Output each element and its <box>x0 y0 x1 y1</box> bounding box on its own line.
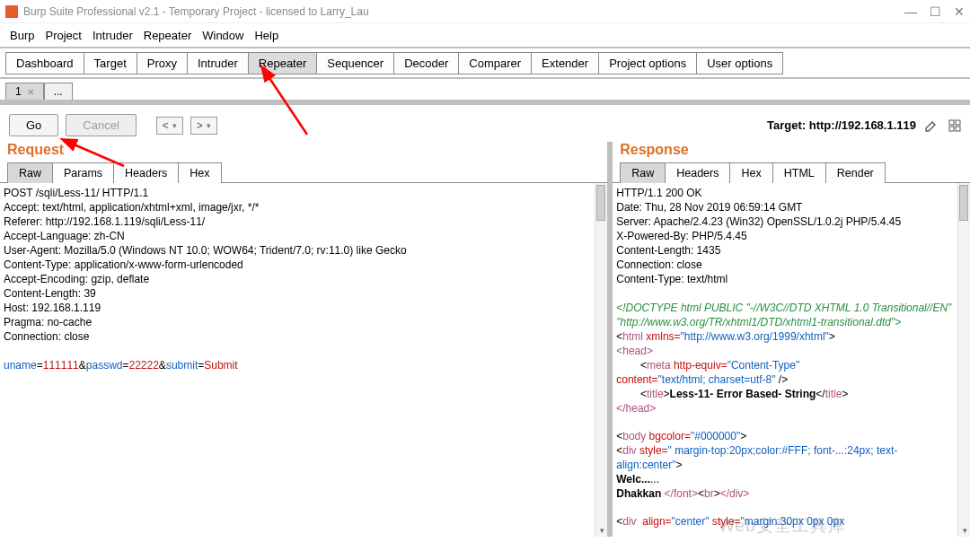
tab-decoder[interactable]: Decoder <box>393 52 459 74</box>
response-title: Response <box>613 142 970 162</box>
svg-rect-0 <box>949 120 954 125</box>
go-button[interactable]: Go <box>9 114 58 136</box>
rsp-tab-render[interactable]: Render <box>825 162 886 183</box>
req-tab-headers[interactable]: Headers <box>113 162 179 183</box>
maximize-button[interactable]: ☐ <box>930 4 941 19</box>
tab-user-options[interactable]: User options <box>696 52 783 74</box>
watermark: Web安全工具库 <box>719 514 846 538</box>
svg-rect-3 <box>956 127 960 131</box>
back-button[interactable]: <▾ <box>156 117 183 135</box>
request-title: Request <box>0 142 607 162</box>
close-button[interactable]: ✕ <box>954 4 965 19</box>
app-icon <box>5 5 18 18</box>
forward-button[interactable]: >▾ <box>190 117 217 135</box>
rsp-tab-headers[interactable]: Headers <box>665 162 730 183</box>
close-icon[interactable]: ✕ <box>27 87 34 97</box>
tab-intruder[interactable]: Intruder <box>187 52 249 74</box>
repeater-subtab-add[interactable]: ... <box>44 83 73 100</box>
edit-target-icon[interactable] <box>923 118 939 134</box>
tab-extender[interactable]: Extender <box>531 52 599 74</box>
req-tab-params[interactable]: Params <box>52 162 114 183</box>
req-tab-hex[interactable]: Hex <box>178 162 221 183</box>
menu-window[interactable]: Window <box>198 27 248 44</box>
tab-dashboard[interactable]: Dashboard <box>5 52 84 74</box>
tab-repeater[interactable]: Repeater <box>248 52 317 74</box>
target-value: http://192.168.1.119 <box>809 118 916 132</box>
svg-rect-2 <box>949 127 954 131</box>
response-scrollbar[interactable]: ▴▾ <box>957 183 970 537</box>
rsp-tab-html[interactable]: HTML <box>772 162 826 183</box>
minimize-button[interactable]: — <box>904 4 917 19</box>
menu-help[interactable]: Help <box>250 27 283 44</box>
menu-project[interactable]: Project <box>40 27 85 44</box>
svg-rect-1 <box>956 120 960 125</box>
request-scrollbar[interactable]: ▴▾ <box>595 183 607 537</box>
tab-proxy[interactable]: Proxy <box>137 52 188 74</box>
response-viewer[interactable]: HTTP/1.1 200 OK Date: Thu, 28 Nov 2019 0… <box>613 183 970 537</box>
reset-panes-icon[interactable] <box>947 118 963 134</box>
menu-repeater[interactable]: Repeater <box>139 27 196 44</box>
req-tab-raw[interactable]: Raw <box>7 162 53 183</box>
window-title: Burp Suite Professional v2.1 - Temporary… <box>23 5 369 18</box>
target-label: Target: <box>767 118 809 132</box>
tab-sequencer[interactable]: Sequencer <box>316 52 394 74</box>
cancel-button[interactable]: Cancel <box>66 114 136 136</box>
main-tabs: Dashboard Target Proxy Intruder Repeater… <box>0 47 970 79</box>
request-editor[interactable]: POST /sqli/Less-11/ HTTP/1.1 Accept: tex… <box>0 183 607 537</box>
menu-intruder[interactable]: Intruder <box>88 27 137 44</box>
rsp-tab-hex[interactable]: Hex <box>729 162 772 183</box>
repeater-subtab-1[interactable]: 1✕ <box>5 83 44 100</box>
tab-target[interactable]: Target <box>84 52 137 74</box>
tab-comparer[interactable]: Comparer <box>458 52 532 74</box>
menubar: Burp Project Intruder Repeater Window He… <box>0 23 970 47</box>
tab-project-options[interactable]: Project options <box>598 52 697 74</box>
menu-burp[interactable]: Burp <box>5 27 39 44</box>
rsp-tab-raw[interactable]: Raw <box>620 162 666 183</box>
